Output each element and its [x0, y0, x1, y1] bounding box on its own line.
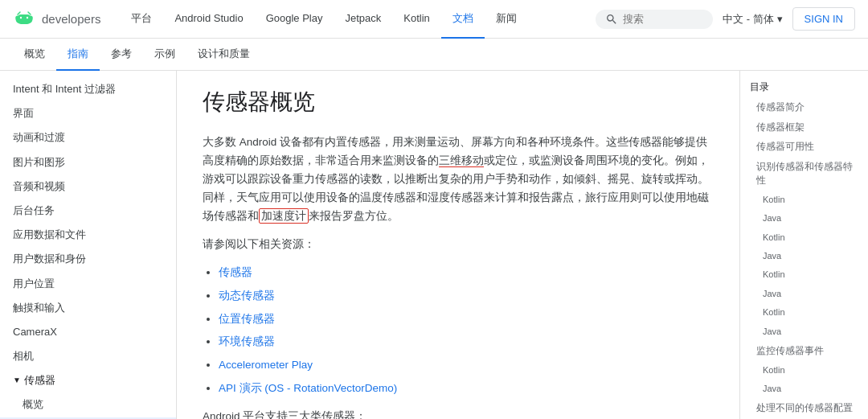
nav-docs[interactable]: 文档: [441, 0, 485, 39]
list-item: API 演示 (OS - RotationVectorDemo): [219, 380, 714, 398]
svg-point-3: [20, 16, 22, 18]
toc-availability[interactable]: 传感器可用性: [740, 137, 868, 157]
search-box[interactable]: [596, 10, 713, 29]
toc-java-5[interactable]: Java: [740, 380, 868, 398]
toc-kotlin-2[interactable]: Kotlin: [740, 228, 868, 247]
sidebar-item-audio[interactable]: 音频和视频: [0, 175, 176, 199]
sidebar-item-sensors[interactable]: ▼ 传感器: [0, 368, 176, 392]
sidebar-item-camerax[interactable]: CameraX: [0, 320, 176, 344]
page-content: 大多数 Android 设备都有内置传感器，用来测量运动、屏幕方向和各种环境条件…: [203, 134, 714, 419]
sidebar-item-images[interactable]: 图片和图形: [0, 150, 176, 175]
sidebar-item-animation[interactable]: 动画和过渡: [0, 125, 176, 150]
link-env-sensor[interactable]: 环境传感器: [219, 335, 275, 347]
sub-nav: 概览 指南 参考 示例 设计和质量: [0, 39, 868, 71]
intro-text-3: 来报告罗盘方位。: [309, 210, 399, 222]
chevron-down-icon: ▾: [777, 13, 783, 25]
sidebar-item-sensors-overview[interactable]: 概览: [0, 392, 176, 417]
link-dynamic-sensor[interactable]: 动态传感器: [219, 290, 275, 302]
nav-jetpack[interactable]: Jetpack: [334, 0, 393, 39]
svg-line-6: [28, 12, 31, 14]
svg-line-5: [18, 12, 20, 14]
toc-handle[interactable]: 处理不同的传感器配置: [740, 398, 868, 418]
link-accel-play[interactable]: Accelerometer Play: [219, 359, 313, 371]
nav-kotlin[interactable]: Kotlin: [392, 0, 441, 39]
page-title: 传感器概览: [203, 87, 714, 117]
resources-label: 请参阅以下相关资源：: [203, 236, 714, 254]
logo-text: developers: [42, 12, 100, 26]
sidebar-item-touch[interactable]: 触摸和输入: [0, 296, 176, 320]
search-input[interactable]: [623, 13, 703, 25]
sidebar-item-intent[interactable]: Intent 和 Intent 过滤器: [0, 77, 176, 101]
link-location-sensor[interactable]: 位置传感器: [219, 313, 275, 325]
nav-platform[interactable]: 平台: [120, 0, 163, 39]
list-item: 传感器: [219, 264, 714, 282]
svg-rect-2: [17, 14, 31, 24]
toc-java-3[interactable]: Java: [740, 285, 868, 303]
sidebar-item-camera[interactable]: 相机: [0, 344, 176, 368]
subnav-design[interactable]: 设计和质量: [186, 39, 261, 71]
toc-kotlin-5[interactable]: Kotlin: [740, 361, 868, 380]
intro-highlight-text: 加速度计: [259, 208, 309, 224]
logo-area: developers: [13, 10, 100, 28]
toc-kotlin-4[interactable]: Kotlin: [740, 303, 868, 322]
list-item: 位置传感器: [219, 310, 714, 329]
top-nav-links: 平台 Android Studio Google Play Jetpack Ko…: [120, 0, 596, 39]
nav-android-studio[interactable]: Android Studio: [163, 0, 254, 39]
svg-point-4: [27, 16, 28, 18]
toc-kotlin-3[interactable]: Kotlin: [740, 265, 868, 284]
lang-selector[interactable]: 中文 - 简体 ▾: [723, 12, 783, 27]
subnav-reference[interactable]: 参考: [100, 39, 143, 71]
sidebar-item-bg[interactable]: 后台任务: [0, 199, 176, 223]
subnav-overview[interactable]: 概览: [13, 39, 56, 71]
toc-identify[interactable]: 识别传感器和传感器特性: [740, 157, 868, 191]
platform-label: Android 平台支持三大类传感器：: [203, 408, 714, 419]
expand-icon: ▼: [13, 375, 21, 386]
list-item: Accelerometer Play: [219, 356, 714, 375]
right-sidebar-toc: 目录 传感器简介 传感器框架 传感器可用性 识别传感器和传感器特性 Kotlin…: [739, 71, 868, 419]
sidebar-item-ui[interactable]: 界面: [0, 101, 176, 125]
toc-monitor[interactable]: 监控传感器事件: [740, 341, 868, 361]
toc-framework[interactable]: 传感器框架: [740, 117, 868, 138]
toc-item-main[interactable]: 目录: [740, 77, 868, 97]
toc-kotlin-1[interactable]: Kotlin: [740, 191, 868, 209]
nav-right: 中文 - 简体 ▾ SIGN IN: [596, 7, 855, 31]
top-nav: developers 平台 Android Studio Google Play…: [0, 0, 868, 39]
list-item: 动态传感器: [219, 287, 714, 306]
intro-underline-text: 三维移动: [439, 154, 484, 167]
toc-intro[interactable]: 传感器简介: [740, 97, 868, 117]
sidebar-item-location[interactable]: 用户位置: [0, 272, 176, 296]
nav-google-play[interactable]: Google Play: [255, 0, 334, 39]
android-logo-icon: [13, 10, 35, 28]
nav-news[interactable]: 新闻: [485, 0, 528, 39]
toc-java-4[interactable]: Java: [740, 322, 868, 341]
intro-paragraph: 大多数 Android 设备都有内置传感器，用来测量运动、屏幕方向和各种环境条件…: [203, 134, 714, 226]
link-api-demo[interactable]: API 演示 (OS - RotationVectorDemo): [219, 382, 397, 394]
sign-in-button[interactable]: SIGN IN: [792, 7, 855, 31]
resource-links-list: 传感器 动态传感器 位置传感器 环境传感器 Accelerometer Play…: [219, 264, 714, 399]
left-sidebar: Intent 和 Intent 过滤器 界面 动画和过渡 图片和图形 音频和视频…: [0, 71, 177, 419]
list-item: 环境传感器: [219, 333, 714, 351]
sidebar-item-userdata[interactable]: 用户数据和身份: [0, 247, 176, 271]
main-layout: Intent 和 Intent 过滤器 界面 动画和过渡 图片和图形 音频和视频…: [0, 71, 868, 419]
content-area: 传感器概览 大多数 Android 设备都有内置传感器，用来测量运动、屏幕方向和…: [177, 71, 739, 419]
sidebar-item-appdata[interactable]: 应用数据和文件: [0, 223, 176, 247]
toc-java-2[interactable]: Java: [740, 247, 868, 265]
subnav-guide[interactable]: 指南: [56, 39, 100, 71]
subnav-samples[interactable]: 示例: [143, 39, 186, 71]
search-icon: [605, 13, 618, 26]
link-sensor[interactable]: 传感器: [219, 266, 252, 278]
sidebar-sensors-label: 传感器: [24, 373, 55, 388]
toc-java-1[interactable]: Java: [740, 209, 868, 228]
lang-label: 中文 - 简体: [723, 12, 774, 27]
